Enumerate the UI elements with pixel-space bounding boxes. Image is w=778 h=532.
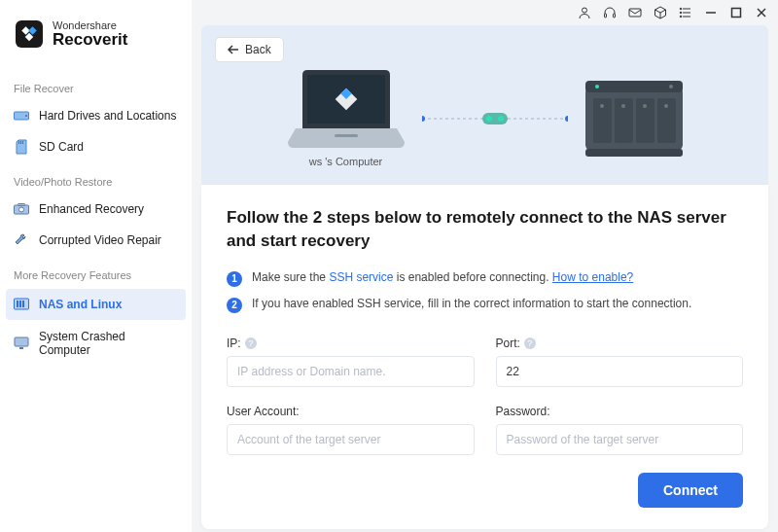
sidebar-section-title: File Recover bbox=[0, 77, 192, 100]
back-button[interactable]: Back bbox=[215, 37, 284, 62]
connection-diagram: ws 's Computer bbox=[215, 70, 755, 167]
sidebar-item-label: SD Card bbox=[39, 140, 84, 154]
svg-point-25 bbox=[680, 12, 682, 14]
mail-icon[interactable] bbox=[628, 6, 642, 19]
svg-point-45 bbox=[669, 85, 673, 89]
instructions-card: Follow the 2 steps below to remotely con… bbox=[201, 185, 768, 529]
svg-rect-14 bbox=[22, 301, 24, 307]
brand-logo: Wondershare Recoverit bbox=[0, 19, 192, 69]
nas-server-icon bbox=[585, 81, 683, 157]
wrench-icon bbox=[14, 232, 29, 248]
main-content: Back ws 's Computer bbox=[192, 0, 778, 532]
field-ip: IP: ? bbox=[227, 337, 475, 387]
sidebar-item-corrupted-video[interactable]: Corrupted Video Repair bbox=[0, 225, 192, 256]
svg-point-52 bbox=[643, 104, 647, 108]
field-password: Password: bbox=[496, 405, 744, 455]
step-1-text: Make sure the SSH service is enabled bef… bbox=[252, 270, 633, 284]
sidebar-item-label: Corrupted Video Repair bbox=[39, 233, 161, 247]
svg-rect-20 bbox=[629, 9, 641, 17]
sidebar-item-label: Hard Drives and Locations bbox=[39, 109, 176, 123]
laptop-icon bbox=[288, 70, 405, 150]
svg-rect-34 bbox=[335, 134, 358, 137]
help-icon[interactable]: ? bbox=[524, 337, 536, 349]
step-2-text: If you have enabled SSH service, fill in… bbox=[252, 297, 691, 310]
help-icon[interactable]: ? bbox=[245, 337, 257, 349]
connection-line-icon bbox=[422, 112, 568, 125]
sidebar-item-enhanced-recovery[interactable]: Enhanced Recovery bbox=[0, 194, 192, 225]
user-input[interactable] bbox=[227, 424, 475, 455]
sidebar-item-nas-linux[interactable]: NAS and Linux bbox=[6, 289, 186, 320]
sidebar-item-label: NAS and Linux bbox=[39, 298, 122, 311]
svg-point-41 bbox=[565, 116, 568, 122]
hero-panel: Back ws 's Computer bbox=[201, 25, 768, 185]
svg-rect-18 bbox=[605, 14, 607, 18]
svg-point-9 bbox=[19, 207, 24, 212]
headset-icon[interactable] bbox=[603, 6, 617, 19]
brand-mark-icon bbox=[16, 20, 43, 48]
sidebar-section-title: Video/Photo Restore bbox=[0, 170, 192, 194]
svg-point-50 bbox=[600, 104, 604, 108]
svg-point-44 bbox=[595, 85, 599, 89]
svg-rect-6 bbox=[20, 141, 21, 144]
diagram-computer-label: ws 's Computer bbox=[288, 156, 405, 167]
close-icon[interactable] bbox=[755, 6, 768, 19]
svg-point-24 bbox=[680, 8, 682, 10]
list-icon[interactable] bbox=[679, 6, 692, 19]
connect-button[interactable]: Connect bbox=[638, 473, 743, 508]
svg-rect-10 bbox=[18, 203, 24, 205]
svg-rect-28 bbox=[732, 9, 741, 18]
monitor-icon bbox=[14, 336, 29, 351]
drive-icon bbox=[14, 108, 29, 124]
arrow-left-icon bbox=[228, 45, 239, 54]
step-number-badge: 2 bbox=[227, 298, 242, 313]
svg-rect-13 bbox=[19, 301, 21, 307]
nas-icon bbox=[14, 297, 29, 312]
sidebar-section-title: More Recovery Features bbox=[0, 264, 192, 287]
svg-rect-12 bbox=[17, 301, 18, 307]
svg-point-38 bbox=[486, 116, 492, 122]
password-label: Password: bbox=[496, 405, 744, 418]
sidebar-item-hard-drives[interactable]: Hard Drives and Locations bbox=[0, 100, 192, 131]
box-icon[interactable] bbox=[654, 6, 667, 19]
svg-point-53 bbox=[664, 104, 668, 108]
step-2: 2 If you have enabled SSH service, fill … bbox=[227, 297, 743, 313]
svg-point-26 bbox=[680, 16, 682, 18]
sidebar-item-label: System Crashed Computer bbox=[39, 330, 178, 357]
sidebar: Wondershare Recoverit File Recover Hard … bbox=[0, 0, 192, 532]
card-heading: Follow the 2 steps below to remotely con… bbox=[227, 206, 743, 253]
field-port: Port: ? bbox=[496, 337, 744, 387]
svg-rect-7 bbox=[22, 141, 23, 144]
field-user: User Account: bbox=[227, 405, 475, 455]
sd-icon bbox=[14, 139, 29, 155]
brand-text: Wondershare Recoverit bbox=[53, 19, 127, 50]
diagram-computer: ws 's Computer bbox=[288, 70, 405, 167]
svg-rect-5 bbox=[18, 141, 19, 144]
minimize-icon[interactable] bbox=[704, 6, 718, 19]
user-icon[interactable] bbox=[578, 6, 591, 19]
sidebar-item-label: Enhanced Recovery bbox=[39, 202, 144, 216]
ip-input[interactable] bbox=[227, 356, 475, 387]
port-input[interactable] bbox=[496, 356, 744, 387]
sidebar-item-sd-card[interactable]: SD Card bbox=[0, 131, 192, 162]
camera-icon bbox=[14, 201, 29, 217]
back-button-label: Back bbox=[245, 43, 271, 56]
user-label: User Account: bbox=[227, 405, 475, 418]
sidebar-item-crashed-computer[interactable]: System Crashed Computer bbox=[0, 322, 192, 365]
svg-rect-43 bbox=[585, 81, 683, 92]
svg-rect-37 bbox=[482, 113, 508, 124]
svg-rect-54 bbox=[585, 149, 683, 157]
password-input[interactable] bbox=[496, 424, 744, 455]
port-label: Port: ? bbox=[496, 337, 744, 350]
step-number-badge: 1 bbox=[227, 271, 242, 287]
connection-form: IP: ? Port: ? User Account: Password: bbox=[227, 337, 743, 455]
svg-point-36 bbox=[422, 116, 425, 122]
svg-point-39 bbox=[498, 116, 504, 122]
svg-rect-19 bbox=[614, 14, 616, 18]
ip-label: IP: ? bbox=[227, 337, 475, 350]
brand-line2: Recoverit bbox=[53, 31, 127, 50]
svg-rect-15 bbox=[15, 337, 28, 346]
form-actions: Connect bbox=[227, 473, 743, 508]
maximize-icon[interactable] bbox=[729, 6, 743, 19]
svg-rect-16 bbox=[19, 347, 23, 349]
how-to-enable-link[interactable]: How to enable? bbox=[552, 270, 633, 284]
